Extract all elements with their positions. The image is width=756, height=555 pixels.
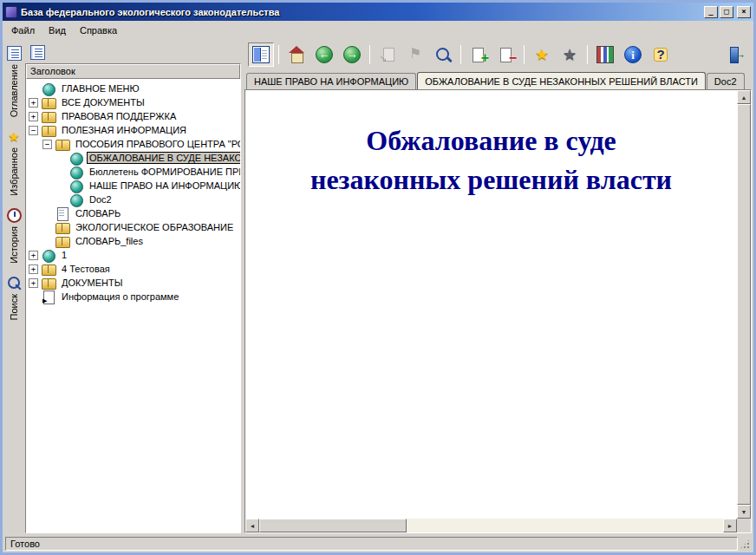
maximize-button[interactable]: □: [720, 6, 733, 18]
sidebar-tabstrip: Оглавление Избранное История Поиск: [3, 39, 25, 535]
flag-button: [402, 42, 428, 67]
horizontal-scroll-track[interactable]: [407, 519, 723, 532]
contents-panel: Заголовок ГЛАВНОЕ МЕНЮ ВСЕ ДОКУМЕНТЫ: [25, 39, 242, 535]
tab-nashe-pravo[interactable]: НАШЕ ПРАВО НА ИНФОРМАЦИЮ: [246, 73, 416, 89]
tree-item[interactable]: ПРАВОВАЯ ПОДДЕРЖКА: [27, 109, 240, 123]
document-view: Обжалование в суде незаконных решений вл…: [244, 89, 752, 533]
tree-item[interactable]: НАШЕ ПРАВО НА ИНФОРМАЦИЮ: [27, 179, 240, 193]
add-document-icon: [470, 46, 487, 63]
menu-file[interactable]: Файл: [4, 23, 42, 38]
titlebar[interactable]: База федерального экологического законод…: [3, 3, 753, 21]
vertical-scrollbar[interactable]: ▲ ▼: [737, 90, 751, 519]
tree-item-label: ДОКУМЕНТЫ: [59, 277, 125, 289]
tree-item[interactable]: ГЛАВНОЕ МЕНЮ: [27, 82, 240, 95]
help-button[interactable]: [648, 42, 674, 67]
search-icon: [434, 46, 452, 63]
expander-icon: [56, 181, 66, 191]
scroll-up-icon[interactable]: ▲: [737, 90, 751, 104]
tab-obzhalovanie-active[interactable]: ОБЖАЛОВАНИЕ В СУДЕ НЕЗАКОННЫХ РЕШЕНИЙ ВЛ…: [417, 72, 706, 89]
tree-item[interactable]: Doc2: [27, 193, 240, 206]
page-arrow-icon: [42, 291, 56, 304]
page-icon: [55, 207, 70, 220]
tree-item-label: ПРАВОВАЯ ПОДДЕРЖКА: [59, 110, 179, 122]
menu-view[interactable]: Вид: [42, 23, 73, 38]
document-heading: Обжалование в суде незаконных решений вл…: [245, 121, 737, 199]
document-body: Обжалование в суде незаконных решений вл…: [245, 90, 737, 519]
close-icon: ×: [741, 8, 746, 16]
book-icon: [42, 277, 56, 290]
toolbar-separator: [524, 45, 525, 64]
tree-item[interactable]: ДОКУМЕНТЫ: [27, 276, 240, 290]
expander-plus-icon[interactable]: [29, 251, 38, 260]
maximize-icon: □: [724, 8, 728, 16]
sidebar-tab-history[interactable]: История: [7, 206, 22, 265]
vertical-scroll-thumb[interactable]: [737, 104, 751, 505]
tree-item[interactable]: ЭКОЛОГИЧЕСКОЕ ОБРАЗОВАНИЕ: [27, 220, 240, 234]
add-document-button[interactable]: [466, 42, 492, 67]
book-icon: [55, 221, 70, 234]
tree-item[interactable]: ПОСОБИЯ ПРАВОВОГО ЦЕНТРА "РО: [27, 137, 240, 151]
tree-item[interactable]: 1: [27, 248, 240, 262]
book-icon: [42, 263, 56, 276]
tree-item[interactable]: 4 Тестовая: [27, 262, 240, 276]
view-settings-button[interactable]: [592, 42, 618, 67]
tree-item-label: 4 Тестовая: [59, 263, 113, 275]
info-icon: [624, 46, 642, 63]
star-icon: [7, 129, 22, 144]
tree-item-label: ВСЕ ДОКУМЕНТЫ: [59, 96, 147, 108]
favorites-organize-button[interactable]: [557, 42, 583, 67]
exit-button[interactable]: [724, 42, 750, 67]
book-icon: [42, 124, 56, 137]
tree-column-header[interactable]: Заголовок: [26, 64, 240, 79]
expander-plus-icon[interactable]: [29, 112, 38, 121]
close-button[interactable]: ×: [737, 6, 751, 18]
favorites-add-button[interactable]: [529, 42, 555, 67]
status-text: Готово: [5, 537, 738, 551]
globe-icon: [42, 249, 56, 262]
scroll-down-icon[interactable]: ▼: [737, 505, 751, 519]
history-icon: [7, 208, 22, 223]
expander-plus-icon[interactable]: [29, 278, 38, 288]
scroll-right-icon[interactable]: ►: [723, 519, 737, 532]
remove-document-button[interactable]: [493, 42, 519, 67]
expander-minus-icon[interactable]: [29, 126, 38, 135]
tree-item-label: ОБЖАЛОВАНИЕ В СУДЕ НЕЗАКО: [87, 152, 240, 164]
toolbar-separator: [278, 45, 279, 64]
tree-item-label: Doc2: [87, 193, 114, 206]
toggle-contents-button[interactable]: [248, 42, 274, 67]
tree-item[interactable]: ВСЕ ДОКУМЕНТЫ: [27, 95, 240, 109]
tab-doc2[interactable]: Doc2: [707, 73, 745, 89]
tree-item-selected[interactable]: ОБЖАЛОВАНИЕ В СУДЕ НЕЗАКО: [27, 151, 240, 165]
tree-item-label: Информация о программе: [59, 291, 181, 303]
app-window: База федерального экологического законод…: [0, 0, 756, 555]
tree-item[interactable]: Информация о программе: [27, 290, 240, 304]
search-button[interactable]: [430, 42, 456, 67]
sidebar-tab-favorites[interactable]: Избранное: [7, 127, 22, 198]
tree-item[interactable]: СЛОВАРЬ_files: [27, 234, 240, 248]
expander-icon: [42, 237, 52, 246]
horizontal-scroll-thumb[interactable]: [259, 519, 407, 532]
resize-grip-icon[interactable]: [740, 539, 751, 550]
sidebar-tab-search[interactable]: Поиск: [7, 274, 22, 322]
book-icon: [55, 235, 70, 248]
minimize-button[interactable]: _: [704, 6, 718, 18]
sidebar-tab-contents[interactable]: Оглавление: [7, 44, 22, 119]
back-button[interactable]: [311, 42, 337, 67]
forward-button[interactable]: [339, 42, 365, 67]
expander-plus-icon[interactable]: [29, 98, 38, 108]
tree-item[interactable]: Бюллетень ФОРМИРОВАНИЕ ПРИ: [27, 165, 240, 179]
scroll-left-icon[interactable]: ◄: [245, 519, 259, 532]
window-controls: _ □ ×: [704, 6, 751, 18]
tree-view-button[interactable]: [27, 42, 48, 62]
tree-item[interactable]: СЛОВАРЬ: [27, 206, 240, 220]
horizontal-scrollbar[interactable]: ◄ ►: [245, 519, 737, 532]
main-area: Оглавление Избранное История Поиск: [3, 39, 753, 535]
yellow-star-icon: [533, 46, 551, 63]
about-button[interactable]: [620, 42, 646, 67]
home-button[interactable]: [284, 42, 310, 67]
tree-item[interactable]: ПОЛЕЗНАЯ ИНФОРМАЦИЯ: [27, 123, 240, 137]
expander-plus-icon[interactable]: [29, 264, 38, 274]
menu-help[interactable]: Справка: [73, 23, 124, 38]
expander-icon: [56, 195, 66, 205]
expander-minus-icon[interactable]: [42, 140, 52, 149]
